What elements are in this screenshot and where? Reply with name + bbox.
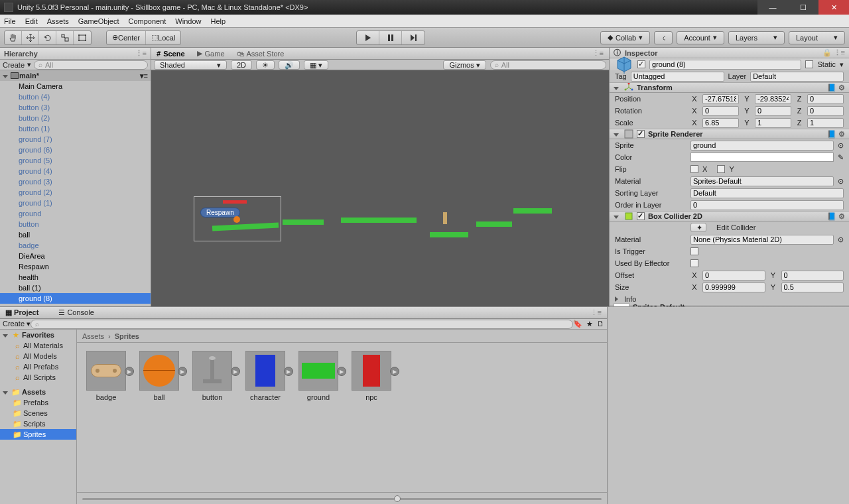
asset-play-icon[interactable]: ▶ (337, 367, 346, 376)
box-collider-enabled[interactable] (637, 212, 645, 220)
used-by-effector-checkbox[interactable] (690, 259, 698, 267)
scene-button[interactable] (443, 212, 447, 224)
color-field[interactable] (690, 153, 834, 162)
hierarchy-item[interactable]: ball (1) (0, 283, 151, 293)
tab-project[interactable]: ▦ Project (5, 308, 38, 317)
project-favorite-icon[interactable]: ★ (586, 320, 593, 328)
transform-component-header[interactable]: Transform📘 ⚙ (610, 82, 849, 93)
sprite-field[interactable] (690, 141, 834, 151)
tag-dropdown[interactable] (631, 72, 724, 82)
scene-2d-toggle[interactable]: 2D (231, 60, 252, 70)
play-button[interactable] (357, 31, 379, 44)
hierarchy-item[interactable]: DieArea (0, 251, 151, 261)
folder-item[interactable]: 📁Scenes (0, 408, 76, 418)
pause-button[interactable] (379, 31, 402, 44)
project-search[interactable] (31, 320, 573, 329)
menu-file[interactable]: File (4, 17, 16, 25)
offset-x[interactable] (702, 271, 765, 281)
project-folder-tree[interactable]: ★Favorites ⌕All Materials⌕All Models⌕All… (0, 330, 77, 504)
project-create-dropdown[interactable]: Create (3, 320, 25, 328)
scale-tool[interactable] (56, 31, 74, 44)
asset-play-icon[interactable]: ▶ (284, 367, 293, 376)
hierarchy-item[interactable]: ground (1) (0, 198, 151, 208)
asset-play-icon[interactable]: ▶ (390, 367, 399, 376)
folder-item[interactable]: 📁Prefabs (0, 397, 76, 408)
window-minimize-button[interactable]: — (757, 0, 788, 15)
layer-dropdown[interactable] (750, 72, 844, 82)
material-field[interactable] (690, 176, 834, 186)
breadcrumb-root[interactable]: Assets (82, 332, 104, 340)
hierarchy-list[interactable]: Main Camerabutton (4)button (3)button (2… (0, 81, 151, 306)
sprite-renderer-enabled[interactable] (637, 130, 645, 138)
scene-ground[interactable] (430, 232, 468, 237)
menu-gameobject[interactable]: GameObject (78, 17, 119, 25)
hierarchy-item[interactable]: button (2) (0, 113, 151, 123)
hierarchy-item[interactable]: button (4) (0, 92, 151, 102)
hierarchy-item[interactable]: ball (0, 229, 151, 240)
assets-folder[interactable]: 📁Assets (0, 387, 76, 397)
asset-item[interactable]: ▶ground (297, 351, 340, 401)
rotation-z[interactable] (807, 106, 844, 116)
hierarchy-item[interactable]: ground (5) (0, 155, 151, 166)
favorite-item[interactable]: ⌕All Materials (0, 340, 76, 351)
hierarchy-tab[interactable]: Hierarchy⋮≡ (0, 48, 151, 60)
asset-play-icon[interactable]: ▶ (125, 367, 134, 376)
hierarchy-item[interactable]: button (1) (0, 123, 151, 134)
rotate-tool[interactable] (39, 31, 56, 44)
scene-fx-toggle[interactable]: ▦ ▾ (304, 60, 328, 70)
box-collider-header[interactable]: Box Collider 2D📘 ⚙ (610, 211, 849, 221)
tab-scene[interactable]: # Scene (157, 50, 185, 58)
menu-window[interactable]: Window (175, 17, 201, 25)
tab-asset-store[interactable]: 🛍 Asset Store (237, 50, 285, 58)
scene-audio-toggle[interactable]: 🔊 (279, 60, 300, 70)
hierarchy-item[interactable]: Main Camera (0, 81, 151, 92)
sprite-picker-icon[interactable]: ⊙ (838, 141, 844, 150)
favorite-item[interactable]: ⌕All Scripts (0, 372, 76, 383)
hierarchy-create-dropdown[interactable]: Create (3, 61, 25, 69)
window-close-button[interactable]: ✕ (818, 0, 849, 15)
asset-size-slider[interactable] (82, 494, 602, 503)
menu-help[interactable]: Help (210, 17, 226, 25)
hierarchy-item[interactable]: Respawn (0, 261, 151, 272)
hierarchy-item[interactable]: button (3) (0, 102, 151, 113)
eyedropper-icon[interactable]: ✎ (838, 153, 844, 162)
offset-y[interactable] (781, 271, 844, 281)
static-checkbox[interactable] (805, 60, 813, 68)
order-in-layer-field[interactable] (690, 200, 844, 210)
menu-edit[interactable]: Edit (25, 17, 38, 25)
menu-assets[interactable]: Assets (47, 17, 69, 25)
scene-ground[interactable] (341, 218, 417, 223)
step-button[interactable] (402, 31, 424, 44)
sorting-layer-dropdown[interactable] (690, 188, 844, 198)
scene-gizmos-dropdown[interactable]: Gizmos ▾ (443, 60, 486, 70)
physics-material-field[interactable] (690, 235, 834, 245)
scale-x[interactable] (702, 118, 739, 128)
hierarchy-item[interactable]: health (0, 272, 151, 283)
asset-item[interactable]: ▶button (191, 351, 233, 401)
hierarchy-item[interactable]: ground (4) (0, 166, 151, 176)
hierarchy-item[interactable]: ground (7) (0, 134, 151, 145)
scene-lighting-toggle[interactable]: ☀ (256, 60, 275, 70)
project-filter-icon[interactable]: 🔖 (573, 320, 582, 328)
hierarchy-item[interactable]: ground (8) (0, 293, 151, 304)
project-save-search-icon[interactable]: 🗋 (597, 320, 604, 328)
scene-respawn-tag[interactable]: Respawn (200, 208, 240, 218)
favorites-folder[interactable]: ★Favorites (0, 330, 76, 340)
move-tool[interactable] (22, 31, 39, 44)
project-asset-grid[interactable]: ▶badge▶ball▶button▶character▶ground▶npc (77, 343, 607, 492)
hierarchy-item[interactable]: button (0, 219, 151, 229)
pivot-center-toggle[interactable]: ⊕ Center (107, 31, 146, 44)
hierarchy-item[interactable]: ground (6) (0, 145, 151, 155)
folder-item[interactable]: 📁Scripts (0, 418, 76, 429)
asset-play-icon[interactable]: ▶ (231, 367, 240, 376)
flip-y-checkbox[interactable] (717, 165, 725, 173)
tab-game[interactable]: ▶ Game (197, 49, 225, 58)
hierarchy-item[interactable]: ground (0, 208, 151, 219)
hierarchy-item[interactable]: ground (2) (0, 187, 151, 198)
pivot-local-toggle[interactable]: ⬚ Local (146, 31, 180, 44)
window-maximize-button[interactable]: ☐ (788, 0, 818, 15)
scene-ball[interactable] (233, 216, 240, 223)
tab-console[interactable]: ☰ Console (58, 308, 94, 317)
layers-dropdown[interactable]: Layers ▾ (728, 31, 785, 44)
asset-item[interactable]: ▶npc (350, 351, 393, 401)
